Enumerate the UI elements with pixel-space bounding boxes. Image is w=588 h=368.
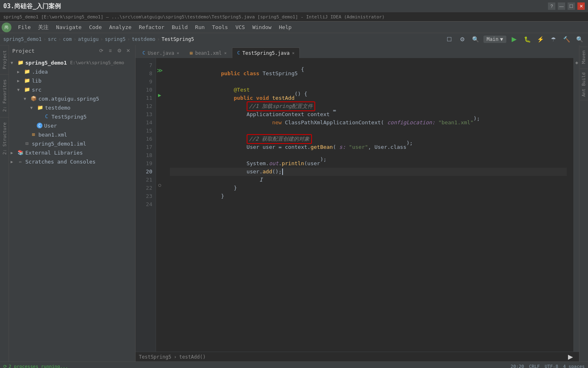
sidebar-header: Project ⟳ ≡ ⚙ ✕ xyxy=(9,45,135,56)
minimize-button[interactable]: — xyxy=(558,2,565,10)
tree-item-root[interactable]: ▼ 📁 spring5_demo1 E:\work\spring5_demo xyxy=(9,58,135,67)
expand-arrow-testdemo: ▼ xyxy=(30,105,35,110)
expand-arrow-lib: ▶ xyxy=(17,79,22,83)
run-button[interactable]: ▶ xyxy=(509,34,519,45)
breadcrumb-spring5[interactable]: spring5 xyxy=(105,36,126,42)
right-panel: Maven Ant Build xyxy=(579,45,588,361)
ant-build-tab[interactable]: Ant Build xyxy=(580,69,588,101)
expand-arrow-extlibs: ▶ xyxy=(11,150,16,155)
project-tab[interactable]: Project xyxy=(0,45,9,74)
tree-item-src[interactable]: ▼ 📁 src xyxy=(9,85,135,94)
tab-user-java[interactable]: C User.java ✕ xyxy=(137,47,185,58)
subtitle: spring5_demo1 [E:\work\spring5_demo1] – … xyxy=(3,14,385,20)
tree-item-testdemo[interactable]: ▼ 📁 testdemo xyxy=(9,103,135,112)
breadcrumb-com[interactable]: com xyxy=(63,36,72,42)
tree-item-bean1[interactable]: ▶ ⊞ bean1.xml xyxy=(9,130,135,139)
sidebar-icons: ⟳ ≡ ⚙ ✕ xyxy=(98,47,132,54)
tab-xml-icon: ⊞ xyxy=(190,50,193,56)
breadcrumb-src[interactable]: src xyxy=(48,36,57,42)
tree-item-scratches[interactable]: ▶ ✏ Scratches and Consoles xyxy=(9,157,135,166)
debug-button[interactable]: 🐛 xyxy=(522,34,532,45)
sidebar-title: Project xyxy=(12,48,94,54)
tab-bean1-close[interactable]: ✕ xyxy=(224,51,227,55)
breadcrumb-root[interactable]: spring5_demo1 xyxy=(3,36,42,42)
menu-run[interactable]: Run xyxy=(192,23,208,31)
expand-arrow-src: ▼ xyxy=(17,88,22,92)
status-right: 20:20 CRLF UTF-8 4 spaces xyxy=(510,364,585,368)
tree-label-scratches: Scratches and Consoles xyxy=(25,159,96,165)
maven-tab[interactable]: Maven xyxy=(580,47,588,67)
tab-java-icon: C xyxy=(143,50,145,56)
tree-item-user[interactable]: ▶ C User xyxy=(9,121,135,130)
menu-tools[interactable]: Tools xyxy=(209,23,231,31)
tree-label-extlibs: External Libraries xyxy=(25,150,83,156)
menu-navigate[interactable]: Navigate xyxy=(53,23,85,31)
tree-item-idea[interactable]: ▶ 📁 .idea xyxy=(9,67,135,76)
tree-item-lib[interactable]: ▶ 📁 lib xyxy=(9,76,135,85)
tab-testspring5[interactable]: C TestSpring5.java ✕ xyxy=(232,47,300,58)
structure-tab[interactable]: 2: Structure xyxy=(0,117,9,159)
menu-build[interactable]: Build xyxy=(169,23,191,31)
sync-icon[interactable]: ⟳ xyxy=(98,47,105,54)
folder-icon-lib: 📁 xyxy=(24,77,30,84)
expand-arrow-idea: ▶ xyxy=(17,70,22,74)
position-status: 20:20 xyxy=(510,364,524,368)
menu-help[interactable]: Help xyxy=(276,23,295,31)
content-area: Project ⟳ ≡ ⚙ ✕ ▼ 📁 spring5_demo1 E:\wor… xyxy=(9,45,588,361)
tree-label-root: spring5_demo1 xyxy=(25,60,67,66)
search-btn[interactable]: 🔍 xyxy=(470,34,481,45)
code-line-14: new ClassPathXmlApplicationContext( conf… xyxy=(170,119,567,127)
breadcrumb-file[interactable]: TestSpring5 xyxy=(162,36,194,42)
title-bar: 03.尚硅谷_入门案例 ? — ☐ ✕ xyxy=(0,0,588,12)
menu-vcs[interactable]: VCS xyxy=(232,23,248,31)
tab-testspring5-label: TestSpring5.java xyxy=(243,50,290,56)
menu-window[interactable]: Window xyxy=(249,23,275,31)
tree-item-iml[interactable]: ▶ ⊟ spring5_demo1.iml xyxy=(9,139,135,148)
menu-file[interactable]: File xyxy=(15,23,34,31)
tree-item-testspring5[interactable]: ▶ C TestSpring5 xyxy=(9,112,135,121)
next-occurrence-btn[interactable]: ▶ xyxy=(565,352,576,362)
title-bar-title: 03.尚硅谷_入门案例 xyxy=(3,2,61,10)
editor-breadcrumb: TestSpring5 › testAdd() ▶ xyxy=(136,352,579,361)
processes-status: ⟳ 2 processes running... xyxy=(3,364,68,368)
tree-item-extlibs[interactable]: ▶ 📚 External Libraries xyxy=(9,148,135,157)
tab-bean1-xml[interactable]: ⊞ bean1.xml ✕ xyxy=(185,47,232,58)
chevron-down-icon: ▼ xyxy=(500,36,503,42)
tree-item-package[interactable]: ▼ 📦 com.atguigu.spring5 xyxy=(9,94,135,103)
comment-box-2: //2 获取配置创建的对象 xyxy=(247,134,312,144)
code-content[interactable]: public class TestSpring5 { @Test public … xyxy=(163,58,573,352)
menu-code[interactable]: Code xyxy=(86,23,105,31)
processes-text: 2 processes running... xyxy=(9,364,68,368)
sidebar: Project ⟳ ≡ ⚙ ✕ ▼ 📁 spring5_demo1 E:\wor… xyxy=(9,45,136,361)
menu-refactor[interactable]: Refactor xyxy=(136,23,168,31)
settings-btn[interactable]: ⚙ xyxy=(457,34,468,45)
menu-bookmark[interactable]: 关注 xyxy=(35,23,52,32)
tab-user-close[interactable]: ✕ xyxy=(177,51,179,55)
project-tree: ▼ 📁 spring5_demo1 E:\work\spring5_demo ▶… xyxy=(9,56,135,361)
favorites-tab[interactable]: 2: Favorites xyxy=(0,74,9,117)
code-line-22: } xyxy=(170,184,567,192)
coverage-button[interactable]: ☂ xyxy=(548,34,559,45)
maximize-button[interactable]: ☐ xyxy=(568,2,575,10)
breadcrumb-bar: spring5_demo1 › src › com › atguigu › sp… xyxy=(0,33,588,45)
tab-testspring5-close[interactable]: ✕ xyxy=(292,51,294,55)
fold-icon-22[interactable]: ○ xyxy=(158,182,161,188)
tree-label-user: User xyxy=(44,123,57,129)
tree-label-lib: lib xyxy=(32,78,41,84)
xml-icon-bean1: ⊞ xyxy=(30,131,37,138)
expand-button[interactable]: ☐ xyxy=(444,34,455,45)
profile-button[interactable]: ⚡ xyxy=(535,34,546,45)
main-container: Project 2: Favorites 2: Structure Projec… xyxy=(0,45,588,361)
close-button[interactable]: ✕ xyxy=(577,2,585,10)
collapse-all-icon[interactable]: ≡ xyxy=(107,47,114,54)
close-sidebar-icon[interactable]: ✕ xyxy=(125,47,132,54)
run-config[interactable]: Main ▼ xyxy=(483,36,506,43)
breadcrumb-testdemo[interactable]: testdemo xyxy=(132,36,156,42)
gear-icon[interactable]: ⚙ xyxy=(116,47,123,54)
help-button[interactable]: ? xyxy=(548,2,555,10)
run-gutter-icon-11[interactable]: ▶ xyxy=(158,92,161,98)
menu-analyze[interactable]: Analyze xyxy=(106,23,135,31)
search-everywhere[interactable]: 🔍 xyxy=(574,34,585,45)
build-button[interactable]: 🔨 xyxy=(561,34,572,45)
breadcrumb-atguigu[interactable]: atguigu xyxy=(78,36,99,42)
